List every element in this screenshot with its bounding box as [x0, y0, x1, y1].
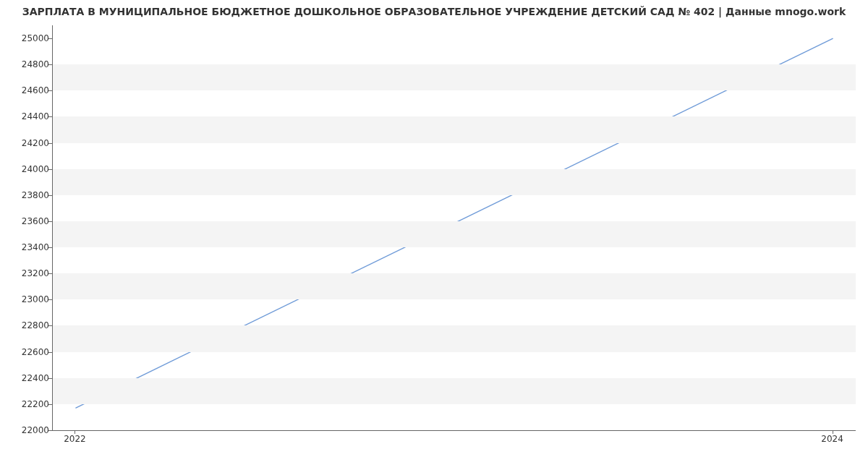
y-tick-label: 22600 — [6, 347, 49, 357]
y-tick-label: 23600 — [6, 216, 49, 226]
y-tick-label: 23200 — [6, 268, 49, 278]
y-tick-mark — [48, 273, 52, 274]
y-tick-label: 23000 — [6, 294, 49, 304]
y-tick-mark — [48, 116, 52, 117]
y-tick-mark — [48, 90, 52, 91]
y-tick-mark — [48, 404, 52, 405]
y-tick-label: 24800 — [6, 59, 49, 69]
grid-band — [53, 378, 856, 404]
y-tick-label: 23400 — [6, 242, 49, 252]
y-tick-mark — [48, 378, 52, 379]
y-tick-label: 22000 — [6, 425, 49, 435]
y-tick-mark — [48, 64, 52, 65]
x-tick-mark — [75, 430, 75, 434]
y-tick-mark — [48, 352, 52, 353]
y-tick-label: 22800 — [6, 320, 49, 330]
grid-band — [53, 116, 856, 142]
y-tick-label: 24400 — [6, 111, 49, 121]
chart-title: ЗАРПЛАТА В МУНИЦИПАЛЬНОЕ БЮДЖЕТНОЕ ДОШКО… — [0, 6, 868, 17]
y-tick-mark — [48, 247, 52, 248]
grid-band — [53, 325, 856, 351]
x-tick-label: 2024 — [821, 434, 843, 444]
y-tick-mark — [48, 299, 52, 300]
x-tick-label: 2022 — [64, 434, 86, 444]
y-tick-label: 24200 — [6, 138, 49, 148]
grid-band — [53, 221, 856, 247]
y-tick-label: 23800 — [6, 190, 49, 200]
y-tick-mark — [48, 430, 52, 431]
grid-band — [53, 169, 856, 195]
y-tick-label: 25000 — [6, 33, 49, 43]
y-tick-label: 22200 — [6, 399, 49, 409]
y-tick-label: 24600 — [6, 85, 49, 95]
y-tick-mark — [48, 38, 52, 39]
y-tick-mark — [48, 325, 52, 326]
grid-band — [53, 273, 856, 299]
y-tick-mark — [48, 221, 52, 222]
y-tick-mark — [48, 169, 52, 170]
plot-area — [52, 25, 856, 431]
y-tick-label: 22400 — [6, 373, 49, 383]
y-tick-label: 24000 — [6, 164, 49, 174]
x-tick-mark — [833, 430, 833, 434]
salary-line-chart: ЗАРПЛАТА В МУНИЦИПАЛЬНОЕ БЮДЖЕТНОЕ ДОШКО… — [0, 0, 868, 470]
y-tick-mark — [48, 195, 52, 196]
grid-band — [53, 64, 856, 90]
y-tick-mark — [48, 143, 52, 144]
